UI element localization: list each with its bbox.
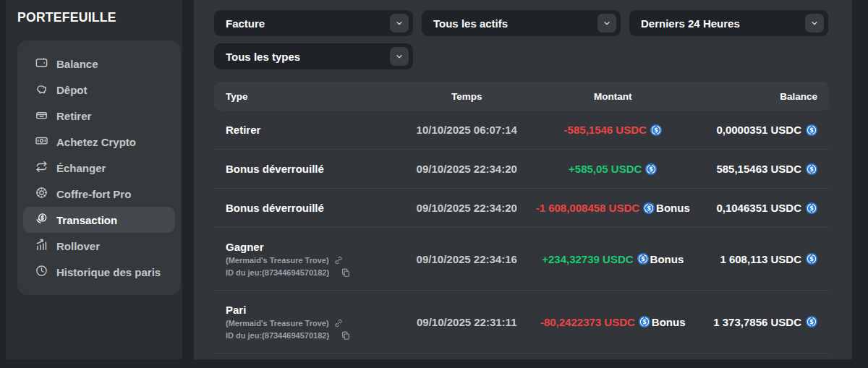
transaction-balance: 585,15463 USDC xyxy=(693,163,817,175)
sidebar-menu: Balance Dêpot Retirer Achetez Crypto Éch… xyxy=(17,40,181,295)
sidebar-item-achetez-crypto[interactable]: Achetez Crypto xyxy=(23,129,175,155)
sidebar-item-label: Dêpot xyxy=(56,84,88,96)
sidebar-item-retirer[interactable]: Retirer xyxy=(23,103,175,129)
usdc-coin-icon xyxy=(806,316,817,328)
bonus-tag: Bonus xyxy=(656,202,690,214)
balance-value: 1 373,7856 USDC xyxy=(713,316,801,328)
usdc-coin-icon xyxy=(645,163,657,175)
transaction-balance: 0,1046351 USDC xyxy=(693,202,817,214)
usdc-coin-icon xyxy=(806,253,817,265)
usdc-coin-icon xyxy=(806,124,817,136)
sidebar-item-depot[interactable]: Dêpot xyxy=(23,77,175,103)
usdc-coin-icon xyxy=(806,163,817,175)
type-value: Tous les types xyxy=(226,51,300,63)
banknote-icon xyxy=(35,134,48,150)
transaction-amount: +234,32739 USDC Bonus xyxy=(532,253,693,265)
sidebar-item-balance[interactable]: Balance xyxy=(23,51,175,77)
link-icon[interactable] xyxy=(334,256,343,265)
clock-icon xyxy=(35,264,48,280)
sidebar-item-label: Balance xyxy=(56,58,98,70)
sidebar-item-label: Achetez Crypto xyxy=(56,136,136,148)
sidebar-item-label: Retirer xyxy=(56,110,91,122)
table-row: Pari (Mermaid's Treasure Trove) ID du je… xyxy=(214,291,829,354)
table-row: Gagner (Mermaid's Treasure Trove) ID du … xyxy=(214,228,829,291)
wallet-icon xyxy=(35,56,48,72)
type-dropdown[interactable]: Tous les types xyxy=(214,43,413,69)
transaction-time: 09/10/2025 22:34:20 xyxy=(401,202,532,214)
sidebar-item-label: Historique des paris xyxy=(56,266,161,278)
usdc-coin-icon xyxy=(806,202,817,214)
transaction-time: 09/10/2025 22:31:11 xyxy=(401,316,532,328)
usdc-coin-icon xyxy=(639,316,650,328)
balance-value: 1 608,113 USDC xyxy=(720,253,801,265)
transaction-time: 10/10/2025 06:07:14 xyxy=(401,124,532,136)
amount-value: +234,32739 USDC xyxy=(542,253,633,265)
sidebar-item-echanger[interactable]: Échanger xyxy=(23,155,175,181)
transaction-amount: +585,05 USDC xyxy=(532,163,693,175)
chevron-down-icon[interactable] xyxy=(390,14,409,33)
copy-icon[interactable] xyxy=(341,268,351,278)
transaction-time: 09/10/2025 22:34:20 xyxy=(401,163,532,175)
game-name: (Mermaid's Treasure Trove) xyxy=(226,256,329,265)
usdc-coin-icon xyxy=(650,124,662,136)
bonus-tag: Bonus xyxy=(650,253,684,265)
transaction-balance: 0,0000351 USDC xyxy=(693,124,817,136)
amount-value: -1 608,008458 USDC xyxy=(536,202,639,214)
usdc-coin-icon xyxy=(637,253,649,265)
bill-type-dropdown[interactable]: Facture xyxy=(214,10,413,36)
balance-value: 585,15463 USDC xyxy=(716,163,801,175)
transaction-type: Bonus déverrouillé xyxy=(226,202,401,214)
header-amount: Montant xyxy=(532,91,693,102)
sidebar-item-transaction[interactable]: Transaction xyxy=(23,207,175,233)
header-type: Type xyxy=(226,91,401,102)
asset-value: Tous les actifs xyxy=(433,17,508,30)
game-id: ID du jeu:(87344694570182) xyxy=(226,268,329,277)
game-id: ID du jeu:(87344694570182) xyxy=(226,331,329,340)
transaction-amount: -585,1546 USDC xyxy=(532,124,693,136)
amount-value: -80,2422373 USDC xyxy=(540,316,635,328)
amount-value: -585,1546 USDC xyxy=(564,124,647,136)
transaction-type: Pari xyxy=(226,304,401,316)
sidebar-item-label: Coffre-fort Pro xyxy=(56,188,131,200)
chevron-down-icon[interactable] xyxy=(390,47,409,66)
period-dropdown[interactable]: Derniers 24 Heures xyxy=(629,10,828,36)
transactions-panel: Facture Tous les actifs Derniers 24 Heur… xyxy=(194,0,852,359)
link-icon[interactable] xyxy=(334,319,343,328)
bill-type-value: Facture xyxy=(226,17,265,30)
header-time: Temps xyxy=(401,91,532,102)
transaction-balance: 1 608,113 USDC xyxy=(693,253,817,265)
sidebar: PORTEFEUILLE Balance Dêpot Retirer Achet… xyxy=(6,0,182,359)
vault-icon xyxy=(35,186,48,202)
transaction-balance: 1 373,7856 USDC xyxy=(693,316,817,328)
table-header: Type Temps Montant Balance xyxy=(214,82,829,111)
amount-value: +585,05 USDC xyxy=(569,163,642,175)
coin-icon xyxy=(35,212,48,228)
balance-value: 0,0000351 USDC xyxy=(716,124,801,136)
transaction-type: Bonus déverrouillé xyxy=(226,163,401,175)
chevron-down-icon[interactable] xyxy=(805,14,824,33)
sidebar-item-coffre-fort-pro[interactable]: Coffre-fort Pro xyxy=(23,181,175,207)
sidebar-item-rollover[interactable]: Rollover xyxy=(23,233,175,259)
withdraw-icon xyxy=(35,108,48,124)
table-row: Retirer 10/10/2025 06:07:14 -585,1546 US… xyxy=(214,111,829,150)
copy-icon[interactable] xyxy=(341,330,351,341)
period-value: Derniers 24 Heures xyxy=(641,17,740,30)
page-title: PORTEFEUILLE xyxy=(6,10,182,25)
sidebar-item-label: Échanger xyxy=(56,162,106,174)
game-name: (Mermaid's Treasure Trove) xyxy=(226,319,329,328)
bar-chart-icon xyxy=(35,238,48,254)
wallet-page: PORTEFEUILLE Balance Dêpot Retirer Achet… xyxy=(6,0,852,359)
table-row: Bonus déverrouillé 09/10/2025 22:34:20 +… xyxy=(214,150,829,189)
sidebar-item-historique-des-paris[interactable]: Historique des paris xyxy=(23,259,175,285)
header-balance: Balance xyxy=(693,91,817,102)
transaction-type: Gagner xyxy=(226,241,401,253)
sidebar-item-label: Rollover xyxy=(56,240,100,252)
balance-value: 0,1046351 USDC xyxy=(716,202,801,214)
transaction-amount: -80,2422373 USDC Bonus xyxy=(532,316,693,328)
transaction-amount: -1 608,008458 USDC Bonus xyxy=(532,202,693,214)
transaction-time: 09/10/2025 22:34:16 xyxy=(401,253,532,265)
asset-dropdown[interactable]: Tous les actifs xyxy=(422,10,621,36)
bonus-tag: Bonus xyxy=(652,316,686,328)
chevron-down-icon[interactable] xyxy=(597,14,616,33)
swap-icon xyxy=(35,160,48,176)
